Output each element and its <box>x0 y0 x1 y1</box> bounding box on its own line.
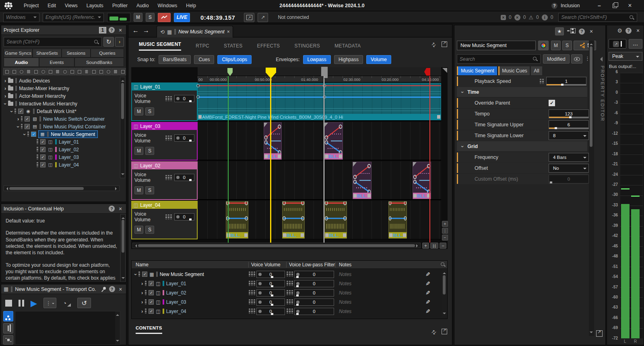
color-palette-button[interactable] <box>538 41 549 50</box>
transport-options-button[interactable]: ⋮ <box>43 298 56 308</box>
tab-effects[interactable]: EFFECTS <box>257 43 280 49</box>
panel-help-icon[interactable]: ? <box>579 29 585 35</box>
track-header-layer-03[interactable]: ◫Layer_03 Voice Volume0 MS <box>131 122 198 161</box>
track-lane-layer-03[interactable]: BLL. BLL. <box>198 122 441 161</box>
custom-offset-value[interactable]: 0 <box>549 175 589 183</box>
clip-name-bar[interactable]: BLL. <box>324 153 343 159</box>
transport-original-button[interactable] <box>3 311 13 321</box>
visibility-button[interactable] <box>571 54 582 64</box>
envelope-volume-button[interactable]: Volume <box>366 55 391 64</box>
menu-audio[interactable]: Audio <box>132 3 153 8</box>
table-row-segment[interactable]: ›✓▦New Music Segment 0 0 Notes✎ <box>132 270 441 279</box>
tree-item-audio-devices[interactable]: ›Audio Devices <box>1 77 120 84</box>
timeline-horizontal-scrollbar[interactable] <box>132 243 421 248</box>
tree-item-actor-mixer[interactable]: ›Actor-Mixer Hierarchy <box>1 92 120 100</box>
pause-button[interactable] <box>19 300 24 307</box>
transport-list-button[interactable] <box>3 323 13 334</box>
track-mute-button[interactable]: M <box>134 226 143 234</box>
panel-close-icon[interactable]: × <box>117 206 124 212</box>
table-row-layer-03[interactable]: ›✓◫Layer_03 0 0 Notes✎ <box>132 297 441 307</box>
ruler-corner-widget[interactable] <box>442 68 447 73</box>
table-row-layer-04[interactable]: ›✓◫Layer_04 0 0 Notes✎ <box>132 307 441 316</box>
popout-contents-icon[interactable]: ↗ <box>442 329 447 334</box>
edit-notes-icon[interactable]: ✎ <box>425 280 430 287</box>
frequency-dropdown[interactable]: 4 Bars <box>549 153 589 162</box>
voice-lowpass-cell[interactable]: 0 <box>294 280 334 287</box>
menu-windows[interactable]: Windows <box>153 3 182 8</box>
voice-volume-value[interactable]: 0 <box>174 134 194 142</box>
modified-filter-button[interactable]: Modified <box>543 54 570 64</box>
tab-states[interactable]: STATES <box>224 43 243 49</box>
audio-clip[interactable]: BLL. <box>226 201 248 239</box>
table-row-layer-01[interactable]: ›✓◫Layer_01 0 0 Notes✎ <box>132 279 441 288</box>
clip-name-bar[interactable]: AMBForst_FOREST-Night Pine Wind Crickets… <box>198 114 441 120</box>
object-name-field[interactable]: New Music Segment <box>457 41 536 50</box>
voice-volume-cell[interactable]: 0 <box>256 299 285 306</box>
volume-envelope[interactable] <box>198 85 441 86</box>
lowpass-envelope[interactable] <box>198 97 441 98</box>
audio-clip[interactable]: BLL. <box>324 201 347 239</box>
track-mute-button[interactable]: M <box>134 107 143 115</box>
track-header-layer-02[interactable]: ◫Layer_02 Voice Volume0 MS <box>131 161 198 200</box>
offset-dropdown[interactable]: No <box>549 164 589 173</box>
track-solo-button[interactable]: S <box>145 186 154 194</box>
track-solo-button[interactable]: S <box>145 107 154 115</box>
time-signature-upper-value[interactable]: 6 <box>549 120 589 129</box>
panel-help-icon[interactable]: ? <box>109 206 115 212</box>
link-indicators[interactable] <box>165 136 172 141</box>
panel-close-icon[interactable]: × <box>118 286 124 292</box>
document-tab[interactable]: ⟲ ▦ New Music Segment × <box>157 26 233 37</box>
audio-clip[interactable]: BLL. <box>353 162 372 199</box>
tree-item-master-mixer[interactable]: ›Master-Mixer Hierarchy <box>1 84 120 92</box>
link-indicators[interactable] <box>540 79 544 84</box>
time-signature-lower-dropdown[interactable]: 8 <box>549 131 589 140</box>
menu-profiler[interactable]: Profiler <box>108 3 132 8</box>
tree-item-layer-02[interactable]: ✓◫Layer_02 <box>1 146 120 153</box>
transport-node-button[interactable] <box>3 335 13 345</box>
master-mute-button[interactable]: M <box>134 13 142 22</box>
tab-game-syncs[interactable]: Game Syncs <box>4 49 33 58</box>
tree-item-new-music-segment[interactable]: ›✓▦New Music Segment <box>1 130 120 138</box>
col-name[interactable]: Name <box>132 262 249 268</box>
envelope-highpass-button[interactable]: Highpass <box>334 55 363 64</box>
explorer-icon-toolbar[interactable] <box>3 68 126 75</box>
explorer-search-input[interactable]: Search (Ctrl+F) <box>4 37 102 47</box>
notes-cell[interactable]: Notes <box>339 290 351 296</box>
play-button[interactable]: ▶ <box>31 299 37 307</box>
envelope-lowpass-button[interactable]: Lowpass <box>303 55 331 64</box>
voice-volume-value[interactable]: 0 <box>174 95 194 102</box>
tree-item-layer-04[interactable]: ✓◫Layer_04 <box>1 161 120 169</box>
timeline-marker-strip[interactable] <box>198 67 441 76</box>
playback-speed-value[interactable]: 1 <box>546 77 586 86</box>
tab-sharesets[interactable]: ShareSets <box>33 49 62 58</box>
tree-item-layer-01[interactable]: ✓◫Layer_01 <box>1 138 120 146</box>
tab-close-icon[interactable]: × <box>227 29 230 35</box>
refresh-button[interactable]: ↻ <box>103 37 114 47</box>
menu-help[interactable]: Help <box>182 3 200 8</box>
table-search-icon[interactable] <box>440 262 446 267</box>
snap-clips-loops-button[interactable]: Clips/Loops <box>217 55 252 64</box>
panel-close-icon[interactable]: × <box>588 28 594 35</box>
voice-lowpass-cell[interactable]: 0 <box>294 289 334 297</box>
audio-clip[interactable]: BLL. <box>264 122 282 160</box>
clip-name-bar[interactable]: BLL. <box>264 153 281 159</box>
notes-cell[interactable]: Notes <box>339 299 351 305</box>
save-icon[interactable] <box>570 28 576 35</box>
tree-item-default-work-unit[interactable]: ›✓◉Default Work Unit* <box>1 107 120 115</box>
meter-mode-button[interactable]: ↗ <box>609 39 626 49</box>
edit-notes-icon[interactable]: ✎ <box>425 299 430 305</box>
custom-cue-line[interactable] <box>324 76 324 243</box>
tab-property-all[interactable]: All <box>531 66 542 75</box>
popout-panel-icon[interactable]: ↗ <box>596 330 603 337</box>
collapse-panel-arrow[interactable] <box>598 57 603 62</box>
link-indicators[interactable] <box>165 175 172 180</box>
audio-clip[interactable]: BLL. <box>324 122 343 160</box>
tree-vertical-scrollbar[interactable] <box>120 77 125 178</box>
menu-layouts[interactable]: Layouts <box>82 3 108 8</box>
table-vertical-scrollbar[interactable] <box>442 270 447 317</box>
tab-events[interactable]: Events <box>39 58 74 67</box>
favorite-star-button[interactable]: ★ <box>555 27 564 35</box>
nav-forward-icon[interactable]: → <box>143 27 149 34</box>
platform-meter-button[interactable] <box>107 13 130 22</box>
edit-notes-icon[interactable]: ✎ <box>425 290 430 296</box>
